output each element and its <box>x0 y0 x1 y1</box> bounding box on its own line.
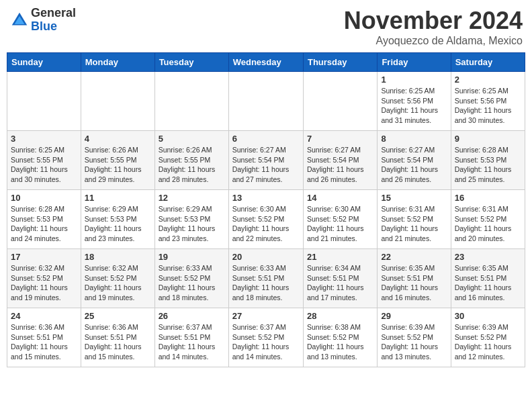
day-number: 17 <box>11 252 77 262</box>
day-number: 29 <box>381 311 447 321</box>
header-friday: Friday <box>378 53 451 72</box>
day-info: Sunrise: 6:25 AMSunset: 5:56 PMDaylight:… <box>381 86 447 126</box>
day-number: 4 <box>85 134 151 144</box>
calendar-cell: 6Sunrise: 6:27 AMSunset: 5:54 PMDaylight… <box>228 131 303 190</box>
week-row-1: 1Sunrise: 6:25 AMSunset: 5:56 PMDaylight… <box>7 72 525 131</box>
calendar-cell: 17Sunrise: 6:32 AMSunset: 5:52 PMDayligh… <box>7 249 81 308</box>
calendar-cell: 12Sunrise: 6:29 AMSunset: 5:53 PMDayligh… <box>154 190 228 249</box>
day-number: 1 <box>381 75 447 85</box>
week-row-3: 10Sunrise: 6:28 AMSunset: 5:53 PMDayligh… <box>7 190 525 249</box>
calendar-header: SundayMondayTuesdayWednesdayThursdayFrid… <box>7 53 525 72</box>
day-info: Sunrise: 6:27 AMSunset: 5:54 PMDaylight:… <box>381 145 447 185</box>
day-number: 30 <box>455 311 521 321</box>
day-info: Sunrise: 6:26 AMSunset: 5:55 PMDaylight:… <box>159 145 225 185</box>
day-info: Sunrise: 6:28 AMSunset: 5:53 PMDaylight:… <box>455 145 521 185</box>
day-info: Sunrise: 6:37 AMSunset: 5:52 PMDaylight:… <box>232 322 300 362</box>
calendar-cell: 9Sunrise: 6:28 AMSunset: 5:53 PMDaylight… <box>451 131 525 190</box>
day-info: Sunrise: 6:31 AMSunset: 5:52 PMDaylight:… <box>381 204 447 244</box>
day-info: Sunrise: 6:31 AMSunset: 5:52 PMDaylight:… <box>455 204 521 244</box>
day-number: 22 <box>381 252 447 262</box>
day-number: 11 <box>85 193 151 203</box>
day-info: Sunrise: 6:32 AMSunset: 5:52 PMDaylight:… <box>85 263 151 303</box>
day-number: 26 <box>159 311 225 321</box>
day-number: 5 <box>159 134 225 144</box>
day-number: 24 <box>11 311 77 321</box>
month-title: November 2024 <box>344 7 523 35</box>
calendar-cell: 5Sunrise: 6:26 AMSunset: 5:55 PMDaylight… <box>154 131 228 190</box>
calendar-cell: 28Sunrise: 6:38 AMSunset: 5:52 PMDayligh… <box>303 308 377 367</box>
day-info: Sunrise: 6:29 AMSunset: 5:53 PMDaylight:… <box>85 204 151 244</box>
day-info: Sunrise: 6:33 AMSunset: 5:51 PMDaylight:… <box>232 263 300 303</box>
header-tuesday: Tuesday <box>154 53 228 72</box>
calendar-body: 1Sunrise: 6:25 AMSunset: 5:56 PMDaylight… <box>7 72 525 367</box>
day-info: Sunrise: 6:29 AMSunset: 5:53 PMDaylight:… <box>159 204 225 244</box>
calendar-cell <box>81 72 154 131</box>
day-number: 12 <box>159 193 225 203</box>
calendar-cell: 22Sunrise: 6:35 AMSunset: 5:51 PMDayligh… <box>378 249 451 308</box>
calendar-cell <box>228 72 303 131</box>
day-info: Sunrise: 6:33 AMSunset: 5:52 PMDaylight:… <box>159 263 225 303</box>
calendar-cell: 29Sunrise: 6:39 AMSunset: 5:52 PMDayligh… <box>378 308 451 367</box>
header-sunday: Sunday <box>7 53 81 72</box>
logo-blue-text: Blue <box>31 20 76 34</box>
day-info: Sunrise: 6:30 AMSunset: 5:52 PMDaylight:… <box>232 204 300 244</box>
day-number: 3 <box>11 134 77 144</box>
day-info: Sunrise: 6:38 AMSunset: 5:52 PMDaylight:… <box>307 322 373 362</box>
calendar-cell: 18Sunrise: 6:32 AMSunset: 5:52 PMDayligh… <box>81 249 154 308</box>
day-number: 15 <box>381 193 447 203</box>
calendar-cell: 26Sunrise: 6:37 AMSunset: 5:51 PMDayligh… <box>154 308 228 367</box>
day-number: 9 <box>455 134 521 144</box>
calendar-cell: 19Sunrise: 6:33 AMSunset: 5:52 PMDayligh… <box>154 249 228 308</box>
day-number: 21 <box>307 252 373 262</box>
calendar-table: SundayMondayTuesdayWednesdayThursdayFrid… <box>7 52 525 367</box>
calendar-cell: 13Sunrise: 6:30 AMSunset: 5:52 PMDayligh… <box>228 190 303 249</box>
day-number: 8 <box>381 134 447 144</box>
calendar-cell: 11Sunrise: 6:29 AMSunset: 5:53 PMDayligh… <box>81 190 154 249</box>
header-monday: Monday <box>81 53 154 72</box>
day-info: Sunrise: 6:36 AMSunset: 5:51 PMDaylight:… <box>11 322 77 362</box>
week-row-2: 3Sunrise: 6:25 AMSunset: 5:55 PMDaylight… <box>7 131 525 190</box>
day-info: Sunrise: 6:27 AMSunset: 5:54 PMDaylight:… <box>232 145 300 185</box>
title-block: November 2024 Ayoquezco de Aldama, Mexic… <box>344 7 523 47</box>
calendar-cell: 16Sunrise: 6:31 AMSunset: 5:52 PMDayligh… <box>451 190 525 249</box>
header-row: SundayMondayTuesdayWednesdayThursdayFrid… <box>7 53 525 72</box>
day-number: 18 <box>85 252 151 262</box>
calendar-cell: 24Sunrise: 6:36 AMSunset: 5:51 PMDayligh… <box>7 308 81 367</box>
calendar-cell: 8Sunrise: 6:27 AMSunset: 5:54 PMDaylight… <box>378 131 451 190</box>
day-number: 6 <box>232 134 300 144</box>
calendar-cell <box>7 72 81 131</box>
calendar-cell: 21Sunrise: 6:34 AMSunset: 5:51 PMDayligh… <box>303 249 377 308</box>
calendar-cell: 27Sunrise: 6:37 AMSunset: 5:52 PMDayligh… <box>228 308 303 367</box>
day-info: Sunrise: 6:25 AMSunset: 5:56 PMDaylight:… <box>455 86 521 126</box>
calendar-cell: 4Sunrise: 6:26 AMSunset: 5:55 PMDaylight… <box>81 131 154 190</box>
week-row-5: 24Sunrise: 6:36 AMSunset: 5:51 PMDayligh… <box>7 308 525 367</box>
calendar-cell: 23Sunrise: 6:35 AMSunset: 5:51 PMDayligh… <box>451 249 525 308</box>
day-info: Sunrise: 6:28 AMSunset: 5:53 PMDaylight:… <box>11 204 77 244</box>
header-thursday: Thursday <box>303 53 377 72</box>
logo-general-text: General <box>31 7 76 20</box>
header-wednesday: Wednesday <box>228 53 303 72</box>
calendar-cell: 7Sunrise: 6:27 AMSunset: 5:54 PMDaylight… <box>303 131 377 190</box>
calendar-cell: 14Sunrise: 6:30 AMSunset: 5:52 PMDayligh… <box>303 190 377 249</box>
day-number: 10 <box>11 193 77 203</box>
day-number: 23 <box>455 252 521 262</box>
calendar-cell <box>154 72 228 131</box>
day-number: 7 <box>307 134 373 144</box>
calendar-cell: 25Sunrise: 6:36 AMSunset: 5:51 PMDayligh… <box>81 308 154 367</box>
calendar-cell <box>303 72 377 131</box>
day-number: 14 <box>307 193 373 203</box>
calendar-cell: 15Sunrise: 6:31 AMSunset: 5:52 PMDayligh… <box>378 190 451 249</box>
calendar-cell: 2Sunrise: 6:25 AMSunset: 5:56 PMDaylight… <box>451 72 525 131</box>
page-header: General Blue November 2024 Ayoquezco de … <box>7 7 525 47</box>
day-info: Sunrise: 6:37 AMSunset: 5:51 PMDaylight:… <box>159 322 225 362</box>
header-saturday: Saturday <box>451 53 525 72</box>
logo-text: General Blue <box>31 7 76 34</box>
day-number: 19 <box>159 252 225 262</box>
day-number: 2 <box>455 75 521 85</box>
calendar-cell: 20Sunrise: 6:33 AMSunset: 5:51 PMDayligh… <box>228 249 303 308</box>
day-info: Sunrise: 6:39 AMSunset: 5:52 PMDaylight:… <box>455 322 521 362</box>
day-info: Sunrise: 6:36 AMSunset: 5:51 PMDaylight:… <box>85 322 151 362</box>
calendar-cell: 3Sunrise: 6:25 AMSunset: 5:55 PMDaylight… <box>7 131 81 190</box>
day-number: 28 <box>307 311 373 321</box>
day-number: 27 <box>232 311 300 321</box>
